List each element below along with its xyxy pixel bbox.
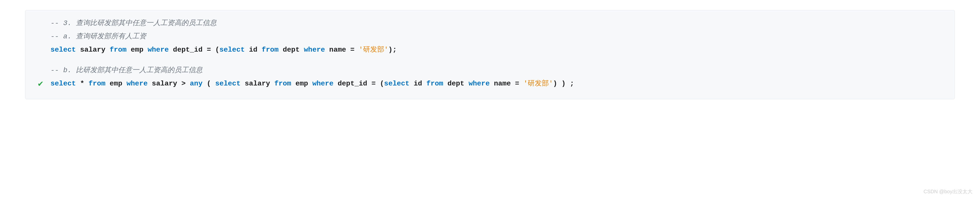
keyword-select-1: select <box>51 46 76 54</box>
keyword-where-3: where <box>127 80 148 87</box>
comment-line-1: -- 3. 查询比研发部其中任意一人工资高的员工信息 <box>35 18 945 29</box>
keyword-where-4: where <box>312 80 334 87</box>
keyword-select-2: select <box>220 46 245 54</box>
code-block: -- 3. 查询比研发部其中任意一人工资高的员工信息 -- a. 查询研发部所有… <box>25 10 955 99</box>
keyword-select-4: select <box>215 80 240 87</box>
check-mark: ✔ <box>38 80 43 88</box>
col-salary: salary <box>76 46 110 54</box>
keyword-from-2: from <box>262 46 278 54</box>
string-yfb-1: '研发部' <box>359 46 388 54</box>
table-emp-3: emp <box>296 80 308 87</box>
code-line-2-wrapper: ✔ select * from emp where salary > any (… <box>35 78 945 90</box>
comment-line-2: -- a. 查询研发部所有人工资 <box>35 31 945 43</box>
watermark: CSDN @boy出没太大 <box>923 188 972 195</box>
page-container: -- 3. 查询比研发部其中任意一人工资高的员工信息 -- a. 查询研发部所有… <box>0 0 980 200</box>
keyword-from-1: from <box>110 46 126 54</box>
code-text-2: select * from emp where salary > any ( s… <box>51 78 574 90</box>
table-emp-2: emp <box>110 80 122 87</box>
keyword-where-2: where <box>304 46 325 54</box>
comment-text-1: -- 3. 查询比研发部其中任意一人工资高的员工信息 <box>51 18 216 29</box>
comment-text-3: -- b. 比研发部其中任意一人工资高的员工信息 <box>51 65 202 76</box>
table-dept-2: dept <box>447 80 465 87</box>
keyword-where-5: where <box>469 80 490 87</box>
keyword-from-3: from <box>89 80 105 87</box>
string-yfb-2: '研发部' <box>523 80 553 87</box>
code-line-1: select salary from emp where dept_id = (… <box>35 44 945 56</box>
keyword-select-3: select <box>51 80 76 87</box>
code-text-1: select salary from emp where dept_id = (… <box>51 44 397 56</box>
spacer <box>35 57 945 65</box>
table-emp-1: emp <box>130 46 143 54</box>
keyword-where-1: where <box>148 46 169 54</box>
keyword-from-4: from <box>274 80 291 87</box>
table-dept-1: dept <box>283 46 299 54</box>
keyword-from-5: from <box>426 80 443 87</box>
keyword-any: any <box>190 80 202 87</box>
keyword-select-5: select <box>384 80 410 87</box>
comment-text-2: -- a. 查询研发部所有人工资 <box>51 31 146 43</box>
comment-line-3: -- b. 比研发部其中任意一人工资高的员工信息 <box>35 65 945 76</box>
